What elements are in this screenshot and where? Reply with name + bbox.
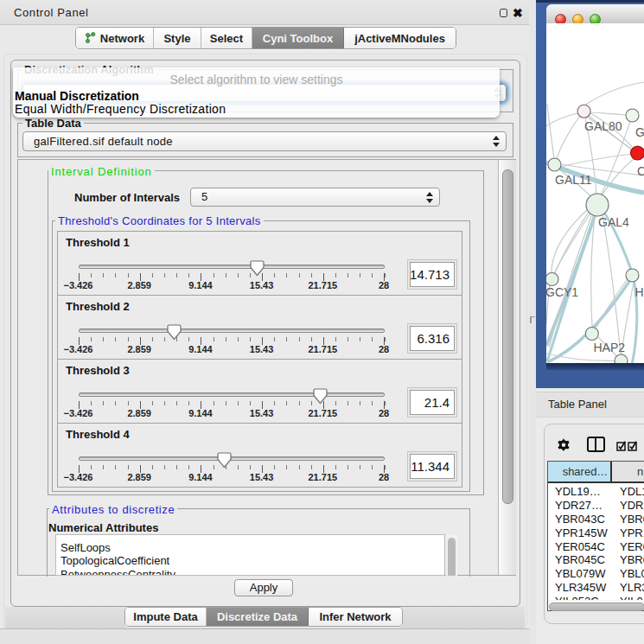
- svg-text:GA: GA: [635, 125, 644, 139]
- svg-text:GAL11: GAL11: [555, 173, 592, 187]
- svg-text:H: H: [635, 285, 644, 299]
- svg-text:C: C: [637, 164, 644, 178]
- svg-text:HAP2: HAP2: [594, 341, 626, 354]
- svg-text:GAL80: GAL80: [584, 119, 622, 133]
- svg-text:GCY1: GCY1: [546, 285, 578, 299]
- svg-text:GAL4: GAL4: [598, 215, 629, 229]
